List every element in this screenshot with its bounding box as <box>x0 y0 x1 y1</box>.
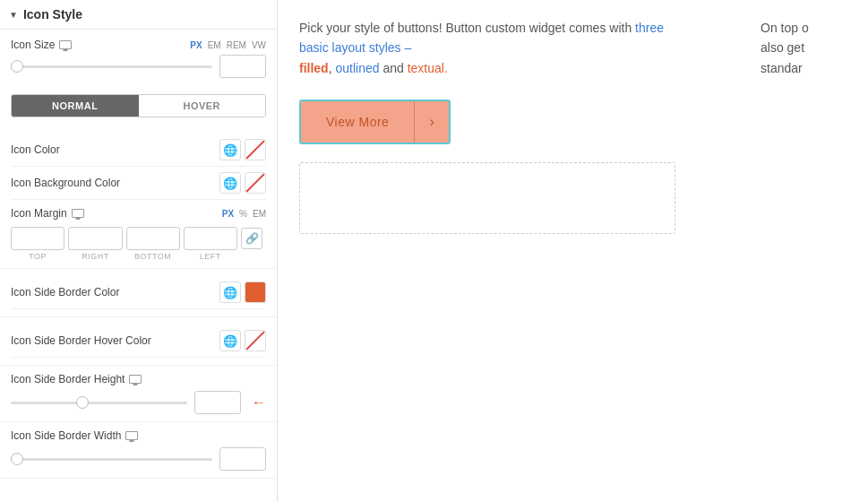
text-part1: Pick your style of buttons! Button custo… <box>299 21 635 35</box>
unit-px[interactable]: PX <box>190 40 202 50</box>
tab-normal[interactable]: NORMAL <box>12 95 139 117</box>
icon-side-border-hover-color-controls: 🌐 <box>219 330 266 351</box>
icon-color-row: Icon Color 🌐 <box>11 134 266 167</box>
icon-size-units: PX EM REM VW <box>190 40 266 50</box>
margin-labels-row: TOP RIGHT BOTTOM LEFT <box>11 252 266 261</box>
tab-hover[interactable]: HOVER <box>139 95 266 117</box>
icon-side-border-height-input[interactable]: 40 <box>194 391 241 414</box>
icon-margin-section: Icon Margin PX % EM 2 0 0 0 🔗 TOP RIGHT … <box>0 200 277 269</box>
overflow-text-content: On top oalso getstandar <box>761 21 809 75</box>
margin-units: PX % EM <box>222 209 266 219</box>
icon-side-border-height-header: Icon Side Border Height <box>11 373 266 385</box>
icon-side-border-hover-color-row: Icon Side Border Hover Color 🌐 <box>11 325 266 358</box>
left-panel: ▼ Icon Style Icon Size PX EM REM VW NORM… <box>0 0 278 502</box>
icon-side-border-width-input[interactable] <box>219 447 266 471</box>
margin-left-label: LEFT <box>184 252 237 261</box>
content-row: Pick your style of buttons! Button custo… <box>299 18 847 100</box>
height-responsive-icon <box>129 375 142 384</box>
button-preview: View More › <box>299 100 451 144</box>
icon-size-slider-row <box>11 55 266 78</box>
icon-size-row: Icon Size PX EM REM VW <box>11 39 266 51</box>
normal-hover-tabs: NORMAL HOVER <box>11 94 266 117</box>
icon-side-border-hover-color-swatch[interactable] <box>245 330 266 351</box>
unit-vw[interactable]: VW <box>252 40 266 50</box>
icon-side-border-height-slider-row: 40 ← <box>11 391 266 414</box>
icon-side-border-width-slider[interactable] <box>11 458 212 461</box>
width-responsive-icon <box>125 431 138 440</box>
icon-side-border-color-section: Icon Side Border Color 🌐 <box>0 269 277 317</box>
margin-top-label: TOP <box>11 252 64 261</box>
unit-rem[interactable]: REM <box>227 40 246 50</box>
icon-side-border-width-section: Icon Side Border Width <box>0 422 277 479</box>
view-more-button[interactable]: View More <box>301 101 414 143</box>
icon-size-input[interactable] <box>219 55 266 78</box>
tab-section: NORMAL HOVER <box>0 94 277 134</box>
margin-right-label: RIGHT <box>68 252 122 261</box>
icon-color-controls: 🌐 <box>219 139 266 160</box>
icon-side-border-color-row: Icon Side Border Color 🌐 <box>11 276 266 309</box>
text-filled: filled <box>299 61 329 75</box>
icon-bg-color-row: Icon Background Color 🌐 <box>11 167 266 200</box>
icon-size-section: Icon Size PX EM REM VW <box>0 30 277 94</box>
icon-side-border-width-slider-row <box>11 447 266 471</box>
icon-side-border-height-label: Icon Side Border Height <box>11 373 125 385</box>
text-and: and <box>380 61 408 75</box>
unit-em[interactable]: EM <box>208 40 221 50</box>
icon-side-border-color-global-btn[interactable]: 🌐 <box>219 281 241 303</box>
icon-side-border-hover-color-global-btn[interactable]: 🌐 <box>219 330 241 351</box>
margin-unit-em[interactable]: EM <box>253 209 266 219</box>
icon-side-border-hover-color-label: Icon Side Border Hover Color <box>11 334 151 347</box>
icon-color-swatch[interactable] <box>245 139 266 160</box>
margin-bottom-input[interactable]: 0 <box>126 227 180 250</box>
dashed-placeholder-box <box>299 162 675 234</box>
text-outlined: outlined <box>335 61 379 75</box>
icon-bg-color-controls: 🌐 <box>219 172 266 194</box>
icon-side-border-width-header: Icon Side Border Width <box>11 429 266 442</box>
responsive-icon <box>59 40 72 49</box>
margin-left-input[interactable]: 0 <box>184 227 237 250</box>
icon-side-border-height-slider[interactable] <box>11 402 187 404</box>
icon-side-border-height-section: Icon Side Border Height 40 ← <box>0 366 277 422</box>
icon-side-border-color-label: Icon Side Border Color <box>11 286 119 299</box>
margin-bottom-label: BOTTOM <box>126 252 180 261</box>
margin-inputs-row: 2 0 0 0 🔗 <box>11 227 266 250</box>
icon-margin-label: Icon Margin <box>11 207 67 220</box>
icon-size-slider[interactable] <box>11 65 212 68</box>
collapse-arrow-icon: ▼ <box>9 10 18 20</box>
icon-bg-color-global-btn[interactable]: 🌐 <box>219 172 241 194</box>
icon-margin-header: Icon Margin PX % EM <box>11 207 266 220</box>
description-text: Pick your style of buttons! Button custo… <box>299 18 675 78</box>
icon-color-label: Icon Color <box>11 143 60 156</box>
overflow-text: On top oalso getstandar <box>761 18 868 78</box>
margin-unit-percent[interactable]: % <box>239 209 247 219</box>
icon-side-border-width-label: Icon Side Border Width <box>11 429 121 442</box>
icon-side-border-hover-color-section: Icon Side Border Hover Color 🌐 <box>0 317 277 366</box>
margin-right-input[interactable]: 0 <box>68 227 122 250</box>
icon-color-section: Icon Color 🌐 Icon Background Color 🌐 <box>0 134 277 200</box>
panel-title: Icon Style <box>23 7 82 22</box>
panel-header[interactable]: ▼ Icon Style <box>0 0 277 30</box>
icon-side-border-color-controls: 🌐 <box>219 281 266 303</box>
icon-bg-color-label: Icon Background Color <box>11 177 120 189</box>
icon-side-border-height-label-group: Icon Side Border Height <box>11 373 142 385</box>
icon-size-label: Icon Size <box>11 39 55 51</box>
icon-margin-label-group: Icon Margin <box>11 207 84 220</box>
icon-size-label-group: Icon Size <box>11 39 72 51</box>
margin-responsive-icon <box>72 209 84 218</box>
button-chevron[interactable]: › <box>415 101 448 143</box>
margin-link-btn[interactable]: 🔗 <box>241 228 262 249</box>
icon-bg-color-swatch[interactable] <box>245 172 266 194</box>
icon-side-border-color-swatch[interactable] <box>245 281 266 303</box>
margin-unit-px[interactable]: PX <box>222 209 234 219</box>
icon-color-global-btn[interactable]: 🌐 <box>219 139 241 160</box>
right-content: Pick your style of buttons! Button custo… <box>278 0 868 502</box>
margin-top-input[interactable]: 2 <box>11 227 64 250</box>
text-textual: textual. <box>408 61 448 75</box>
icon-side-border-width-label-group: Icon Side Border Width <box>11 429 138 442</box>
arrow-indicator-icon: ← <box>252 394 266 411</box>
